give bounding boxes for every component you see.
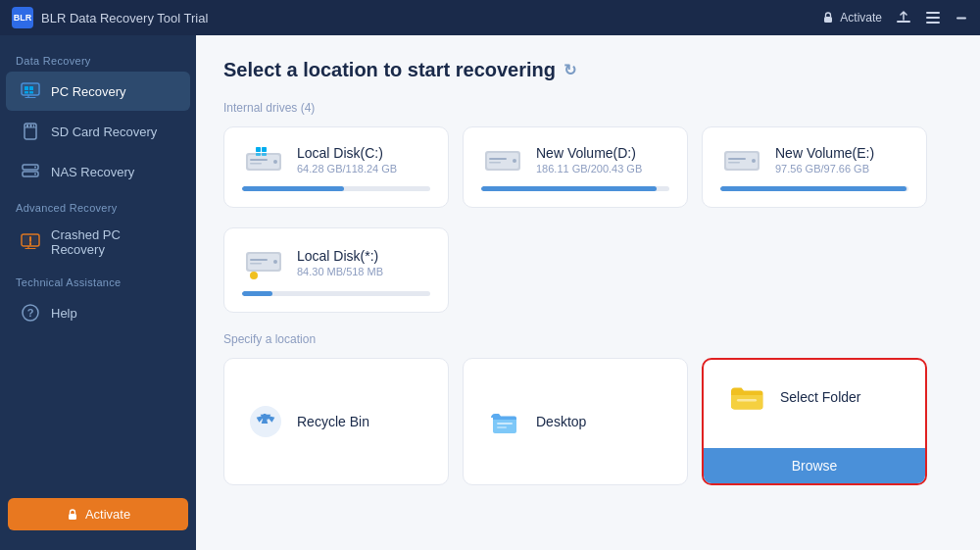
drive-icon-e — [720, 143, 763, 176]
section-label-data-recovery: Data Recovery — [0, 45, 196, 71]
monitor-icon — [20, 80, 41, 102]
sidebar-item-help[interactable]: ? Help — [6, 293, 190, 332]
upload-icon[interactable] — [896, 10, 911, 25]
svg-point-36 — [513, 159, 516, 163]
sidebar-item-sd-recovery[interactable]: SD Card Recovery — [6, 112, 190, 151]
internal-drives-label: Internal drives (4) — [223, 101, 953, 115]
drive-card-d[interactable]: New Volume(D:) 186.11 GB/200.43 GB — [463, 126, 688, 208]
section-label-advanced: Advanced Recovery — [0, 192, 196, 218]
activate-button[interactable]: Activate — [8, 498, 188, 530]
sidebar-item-crashed-pc[interactable]: Crashed PC Recovery — [6, 219, 190, 266]
svg-rect-14 — [30, 125, 32, 127]
drive-card-c[interactable]: Local Disk(C:) 64.28 GB/118.24 GB — [223, 126, 449, 208]
minimize-icon[interactable] — [955, 11, 968, 25]
activate-titlebar-button[interactable]: Activate — [821, 11, 882, 25]
svg-rect-24 — [69, 514, 76, 520]
svg-rect-29 — [250, 163, 262, 165]
sidebar-section-advanced: Advanced Recovery Crashed PC Recovery — [0, 192, 196, 267]
sidebar-section-technical: Technical Assistance ? Help — [0, 267, 196, 333]
hdd-icon-c — [242, 143, 285, 176]
progress-star — [242, 291, 430, 296]
svg-point-27 — [273, 160, 277, 164]
drive-card-star[interactable]: Local Disk(*:) 84.30 MB/518 MB — [223, 227, 449, 313]
location-label-recycle-bin: Recycle Bin — [297, 414, 369, 429]
drive-size-d: 186.11 GB/200.43 GB — [536, 163, 642, 175]
lock-icon — [821, 11, 835, 25]
activate-lock-icon — [66, 508, 79, 522]
svg-rect-43 — [728, 162, 740, 164]
crashpc-icon — [20, 231, 41, 253]
hdd-icon-star — [242, 244, 285, 281]
svg-point-49 — [250, 272, 258, 279]
drive-name-d: New Volume(D:) — [536, 145, 642, 161]
svg-point-46 — [273, 260, 277, 264]
location-grid: Recycle Bin Desktop — [223, 358, 953, 485]
sidebar: Data Recovery PC Recovery — [0, 35, 196, 550]
location-label-select-folder: Select Folder — [780, 389, 860, 405]
app-title: BLR Data Recovery Tool Trial — [41, 11, 821, 25]
svg-rect-8 — [24, 86, 28, 90]
sidebar-label-crashed-pc: Crashed PC Recovery — [51, 227, 176, 257]
drive-icon-c — [242, 143, 285, 176]
svg-point-41 — [752, 159, 756, 163]
progress-d — [481, 186, 669, 191]
sidebar-item-nas-recovery[interactable]: NAS Recovery — [6, 152, 190, 191]
nas-icon — [20, 161, 41, 182]
svg-rect-28 — [250, 159, 268, 161]
hdd-icon-d — [481, 143, 524, 176]
sidebar-label-pc-recovery: PC Recovery — [51, 84, 126, 99]
titlebar-actions: Activate — [821, 10, 968, 25]
location-card-desktop[interactable]: Desktop — [463, 358, 688, 485]
drive-name-e: New Volume(E:) — [775, 145, 874, 161]
drive-name-c: Local Disk(C:) — [297, 145, 397, 161]
svg-rect-5 — [956, 18, 966, 20]
svg-point-19 — [34, 174, 36, 175]
svg-rect-47 — [250, 259, 268, 261]
help-icon: ? — [20, 302, 41, 324]
svg-rect-48 — [250, 263, 262, 265]
browse-button[interactable]: Browse — [704, 448, 925, 483]
svg-rect-9 — [29, 86, 33, 90]
specify-location-label: Specify a location — [223, 332, 953, 346]
drive-size-e: 97.56 GB/97.66 GB — [775, 163, 874, 175]
page-title-area: Select a location to start recovering ↻ — [223, 59, 953, 81]
svg-rect-53 — [737, 399, 757, 402]
location-label-desktop: Desktop — [536, 414, 586, 429]
drives-grid: Local Disk(C:) 64.28 GB/118.24 GB — [223, 126, 953, 208]
svg-point-18 — [34, 167, 36, 169]
svg-rect-32 — [256, 153, 261, 156]
sidebar-label-help: Help — [51, 306, 77, 321]
svg-rect-33 — [262, 153, 267, 156]
svg-rect-21 — [24, 236, 38, 245]
svg-text:?: ? — [27, 307, 34, 319]
sidebar-item-pc-recovery[interactable]: PC Recovery — [6, 72, 190, 111]
svg-rect-31 — [262, 147, 267, 152]
sidebar-label-sd-recovery: SD Card Recovery — [51, 125, 157, 139]
svg-rect-15 — [33, 125, 34, 127]
sdcard-icon — [20, 121, 41, 142]
location-card-select-folder[interactable]: Select Folder Browse — [702, 358, 927, 485]
svg-rect-1 — [897, 21, 910, 23]
sidebar-bottom: Activate — [0, 488, 196, 540]
recycle-bin-icon — [248, 404, 283, 439]
progress-c — [242, 186, 430, 191]
progress-e — [720, 186, 908, 191]
svg-rect-2 — [926, 12, 940, 14]
location-card-recycle-bin[interactable]: Recycle Bin — [223, 358, 449, 485]
svg-rect-30 — [256, 147, 261, 152]
menu-icon[interactable] — [925, 11, 941, 25]
svg-rect-38 — [489, 162, 501, 164]
sidebar-section-data-recovery: Data Recovery PC Recovery — [0, 45, 196, 192]
progress-fill-d — [481, 186, 657, 191]
drive-icon-d — [481, 143, 524, 176]
svg-rect-37 — [489, 158, 507, 160]
folder-icon — [727, 379, 766, 415]
svg-rect-4 — [926, 22, 940, 24]
svg-rect-11 — [29, 91, 33, 94]
drive-card-e[interactable]: New Volume(E:) 97.56 GB/97.66 GB — [702, 126, 927, 208]
progress-fill-e — [720, 186, 906, 191]
svg-rect-0 — [824, 17, 832, 23]
refresh-icon[interactable]: ↻ — [564, 61, 576, 79]
progress-fill-star — [242, 291, 272, 296]
sidebar-label-nas-recovery: NAS Recovery — [51, 165, 134, 179]
